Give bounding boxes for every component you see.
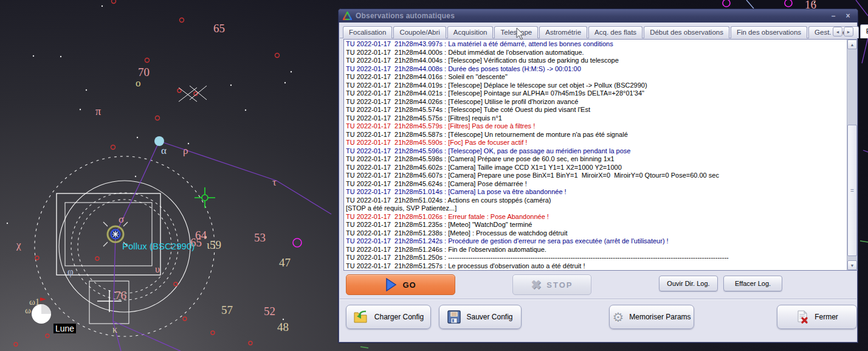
window-titlebar[interactable]: Observations automatiques – × <box>339 9 858 23</box>
log-line: TU 2022-01-17 21h28m45.590s : [Foc] Pas … <box>346 139 846 147</box>
log-line: TU 2022-01-17 21h28m43.997s : La matérie… <box>346 40 846 49</box>
tab-coupole-abri[interactable]: Coupole/Abri <box>393 26 446 38</box>
close-button[interactable]: × <box>842 12 853 20</box>
star-label: π <box>95 106 101 117</box>
star-label: ρ <box>183 145 188 156</box>
log-line: TU 2022-01-17 21h28m44.019s : [Telescope… <box>346 82 846 90</box>
star-label: τ <box>272 177 277 187</box>
log-line: TU 2022-01-17 21h28m51.242s : Procédure … <box>346 237 846 246</box>
tab-fin-des-observations[interactable]: Fin des observations <box>731 26 807 38</box>
log-line: TU 2022-01-17 21h28m44.021s : [Telescope… <box>346 89 846 98</box>
green-marker <box>195 187 215 208</box>
log-line: TU 2022-01-17 21h28m44.008s : Durée des … <box>346 65 846 74</box>
play-icon <box>385 278 397 291</box>
tab-acq-des-flats[interactable]: Acq. des flats <box>588 26 642 38</box>
star-label: α <box>161 145 167 156</box>
log-line: TU 2022-01-17 21h28m45.574s : [Telescope… <box>346 106 846 114</box>
star-label: 52 <box>264 305 275 317</box>
clear-log-button[interactable]: Effacer Log. <box>723 276 782 291</box>
log-line: TU 2022-01-17 21h28m51.250s : ----------… <box>346 254 846 262</box>
log-line: TU 2022-01-17 21h28m51.024s : Actions en… <box>346 196 846 205</box>
log-line: TU 2022-01-17 21h28m44.016s : Soleil en … <box>346 73 846 82</box>
star-label: υ <box>155 265 160 274</box>
moon-label: Lune <box>53 324 76 333</box>
star-label: ι59 <box>207 239 221 251</box>
star-label: 47 <box>279 257 291 268</box>
star-label: 53 <box>254 232 266 243</box>
grid-line <box>746 0 754 9</box>
memorize-params-button[interactable]: ⚙ Memoriser Params <box>609 305 694 329</box>
save-config-button[interactable]: Sauver Config <box>439 305 522 329</box>
log-line: TU 2022-01-17 21h28m51.235s : [Meteo] "W… <box>346 221 846 229</box>
stop-x-icon: ✖ <box>531 279 542 291</box>
log-line: TU 2022-01-17 21h28m51.238s : [Meteo] : … <box>346 229 846 238</box>
flag-marker <box>40 297 46 301</box>
star-label: σ <box>119 214 124 224</box>
tab-scroll: ◄ ► <box>833 27 853 36</box>
star-label: 65 <box>213 23 225 34</box>
log-line: TU 2022-01-17 21h28m44.026s : [Télescope… <box>346 98 846 106</box>
desktop: 6570oπαρτσχ6465ι595347φυ76ω1ω575248κ16Po… <box>0 0 868 351</box>
star-label: χ <box>16 240 21 250</box>
tab-acquisition[interactable]: Acquisition <box>447 26 494 38</box>
scrollbar-thumb[interactable]: = <box>847 125 857 256</box>
log-panel[interactable]: TU 2022-01-17 21h28m43.997s : La matérie… <box>343 39 858 271</box>
crossed-out-marker <box>179 86 207 102</box>
tab-bar: FocalisationCoupole/AbriAcquisitionTeles… <box>343 25 831 38</box>
scrollbar-down-arrow[interactable]: ▼ <box>847 260 857 270</box>
star-label: κ <box>112 325 117 335</box>
red-circle-stars <box>14 0 280 346</box>
log-scrollbar[interactable]: ▲ = ▼ <box>847 40 857 270</box>
log-line: TU 2022-01-17 21h28m45.575s : [Filtres] … <box>346 114 846 123</box>
close-window-button[interactable]: Fermer <box>777 305 857 329</box>
ccd-frames <box>57 193 160 324</box>
folder-open-icon <box>353 310 369 324</box>
separator <box>340 299 856 300</box>
close-doc-icon <box>796 310 809 324</box>
config-row: Charger Config Sauver Config ⚙ Memoriser… <box>343 304 853 330</box>
star-label: ω <box>25 306 31 315</box>
log-line: TU 2022-01-17 21h28m45.587s : [Télescope… <box>346 131 846 139</box>
log-line: TU 2022-01-17 21h28m44.000s : Début immé… <box>346 49 846 57</box>
open-log-dir-button[interactable]: Ouvir Dir. Log. <box>659 276 718 291</box>
log-line: TU 2022-01-17 21h28m51.026s : Erreur fat… <box>346 213 846 221</box>
tab-scroll-left-button[interactable]: ◄ <box>833 27 842 36</box>
tab-execution[interactable]: Execution <box>860 24 868 38</box>
stop-button[interactable]: ✖ STOP <box>512 274 591 295</box>
log-line: TU 2022-01-17 21h28m44.004s : [Telescope… <box>346 57 846 65</box>
go-button[interactable]: GO <box>346 274 455 295</box>
log-line: TU 2022-01-17 21h28m45.602s : [Camera] T… <box>346 164 846 172</box>
tab-scroll-right-button[interactable]: ► <box>844 27 853 36</box>
star-label: φ <box>67 266 74 277</box>
target-object-label: Pollux (BSC2990) <box>122 242 195 251</box>
star-label: 48 <box>277 321 289 333</box>
window-body: FocalisationCoupole/AbriAcquisitionTeles… <box>340 23 856 341</box>
log-lines: TU 2022-01-17 21h28m43.997s : La matérie… <box>346 40 846 269</box>
gear-icon: ⚙ <box>612 311 624 324</box>
moon <box>32 304 51 324</box>
action-row: GO ✖ STOP Ouvir Dir. Log. Effacer Log. <box>343 274 853 297</box>
star-label: o <box>136 78 141 88</box>
tab-focalisation[interactable]: Focalisation <box>343 26 392 38</box>
app-window: Observations automatiques – × Focalisati… <box>338 9 858 343</box>
app-icon <box>343 12 352 20</box>
log-line: TU 2022-01-17 21h28m51.014s : [Camera] L… <box>346 188 846 196</box>
log-line: TU 2022-01-17 21h28m51.246s : Fin de l'o… <box>346 246 846 254</box>
star-label: 76 <box>115 290 126 301</box>
star-label: 70 <box>138 66 150 78</box>
log-line: TU 2022-01-17 21h28m45.596s : [Telescope… <box>346 147 846 156</box>
mouse-cursor <box>516 27 526 41</box>
tab-d-but-des-observations[interactable]: Début des observations <box>644 26 729 38</box>
scrollbar-up-arrow[interactable]: ▲ <box>847 40 857 49</box>
window-title: Observations automatiques <box>356 12 824 20</box>
log-line: [STOP a été requis, SVP Patientez...] <box>346 204 846 213</box>
log-line: TU 2022-01-17 21h28m45.607s : [Camera] P… <box>346 172 846 180</box>
star-label: 57 <box>221 304 233 316</box>
log-line: TU 2022-01-17 21h28m51.257s : Le process… <box>346 262 846 270</box>
load-config-button[interactable]: Charger Config <box>346 305 431 329</box>
log-line: TU 2022-01-17 21h28m45.624s : [Camera] P… <box>346 180 846 189</box>
tab-astrom-trie[interactable]: Astrométrie <box>539 26 587 38</box>
log-line: TU 2022-01-17 21h28m45.579s : [Filtres] … <box>346 122 846 131</box>
minimize-button[interactable]: – <box>828 12 839 20</box>
floppy-disk-icon <box>447 310 461 324</box>
